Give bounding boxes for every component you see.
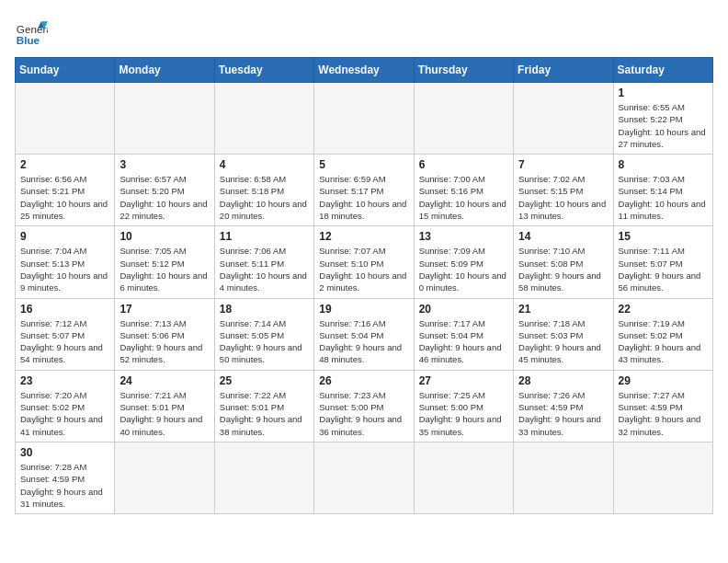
- day-cell: 30Sunrise: 7:28 AM Sunset: 4:59 PM Dayli…: [16, 442, 115, 513]
- day-number: 9: [20, 230, 109, 243]
- day-info: Sunrise: 7:04 AM Sunset: 5:13 PM Dayligh…: [20, 245, 109, 293]
- day-info: Sunrise: 7:25 AM Sunset: 5:00 PM Dayligh…: [419, 389, 508, 438]
- day-cell: 5Sunrise: 6:59 AM Sunset: 5:17 PM Daylig…: [314, 155, 414, 226]
- day-info: Sunrise: 7:21 AM Sunset: 5:01 PM Dayligh…: [119, 389, 209, 438]
- day-number: 3: [119, 158, 209, 171]
- day-info: Sunrise: 7:07 AM Sunset: 5:10 PM Dayligh…: [319, 245, 408, 293]
- day-cell: 6Sunrise: 7:00 AM Sunset: 5:16 PM Daylig…: [414, 155, 513, 226]
- day-cell: 7Sunrise: 7:02 AM Sunset: 5:15 PM Daylig…: [514, 155, 613, 226]
- day-cell: [613, 442, 712, 513]
- day-info: Sunrise: 7:18 AM Sunset: 5:03 PM Dayligh…: [518, 317, 608, 366]
- day-info: Sunrise: 7:03 AM Sunset: 5:14 PM Dayligh…: [619, 173, 708, 222]
- day-info: Sunrise: 7:23 AM Sunset: 5:00 PM Dayligh…: [319, 389, 408, 438]
- day-info: Sunrise: 7:00 AM Sunset: 5:16 PM Dayligh…: [419, 173, 508, 222]
- weekday-header-monday: Monday: [115, 58, 214, 83]
- day-number: 15: [619, 230, 708, 243]
- day-cell: 17Sunrise: 7:13 AM Sunset: 5:06 PM Dayli…: [115, 298, 214, 370]
- page-header: General Blue: [15, 15, 713, 48]
- day-cell: 11Sunrise: 7:06 AM Sunset: 5:11 PM Dayli…: [214, 226, 313, 298]
- day-cell: 16Sunrise: 7:12 AM Sunset: 5:07 PM Dayli…: [16, 298, 115, 370]
- day-cell: 12Sunrise: 7:07 AM Sunset: 5:10 PM Dayli…: [314, 226, 414, 298]
- day-number: 6: [419, 158, 508, 171]
- weekday-header-row: SundayMondayTuesdayWednesdayThursdayFrid…: [16, 58, 713, 83]
- day-cell: 2Sunrise: 6:56 AM Sunset: 5:21 PM Daylig…: [16, 155, 115, 226]
- day-cell: 13Sunrise: 7:09 AM Sunset: 5:09 PM Dayli…: [414, 226, 513, 298]
- weekday-header-saturday: Saturday: [613, 58, 712, 83]
- day-number: 11: [220, 230, 309, 243]
- weekday-header-friday: Friday: [514, 58, 613, 83]
- day-number: 28: [518, 374, 608, 387]
- day-info: Sunrise: 7:09 AM Sunset: 5:09 PM Dayligh…: [419, 245, 508, 293]
- day-number: 30: [20, 446, 109, 459]
- day-number: 8: [619, 158, 708, 171]
- day-info: Sunrise: 7:20 AM Sunset: 5:02 PM Dayligh…: [20, 389, 109, 438]
- day-cell: 14Sunrise: 7:10 AM Sunset: 5:08 PM Dayli…: [514, 226, 613, 298]
- day-number: 17: [119, 303, 209, 316]
- day-info: Sunrise: 7:14 AM Sunset: 5:05 PM Dayligh…: [220, 317, 309, 366]
- day-cell: 22Sunrise: 7:19 AM Sunset: 5:02 PM Dayli…: [613, 298, 712, 370]
- day-info: Sunrise: 7:26 AM Sunset: 4:59 PM Dayligh…: [518, 389, 608, 438]
- day-cell: [214, 442, 313, 513]
- day-cell: 23Sunrise: 7:20 AM Sunset: 5:02 PM Dayli…: [16, 370, 115, 442]
- day-number: 10: [119, 230, 209, 243]
- weekday-header-sunday: Sunday: [16, 58, 115, 83]
- day-number: 12: [319, 230, 408, 243]
- day-number: 24: [119, 374, 209, 387]
- day-number: 25: [220, 374, 309, 387]
- week-row-5: 23Sunrise: 7:20 AM Sunset: 5:02 PM Dayli…: [16, 370, 713, 442]
- day-info: Sunrise: 6:57 AM Sunset: 5:20 PM Dayligh…: [119, 173, 209, 222]
- day-cell: 10Sunrise: 7:05 AM Sunset: 5:12 PM Dayli…: [115, 226, 214, 298]
- day-info: Sunrise: 7:19 AM Sunset: 5:02 PM Dayligh…: [619, 317, 708, 366]
- day-cell: [514, 83, 613, 155]
- day-cell: 26Sunrise: 7:23 AM Sunset: 5:00 PM Dayli…: [314, 370, 414, 442]
- day-info: Sunrise: 7:16 AM Sunset: 5:04 PM Dayligh…: [319, 317, 408, 366]
- day-cell: [414, 442, 513, 513]
- logo-icon: General Blue: [15, 15, 48, 48]
- day-cell: 21Sunrise: 7:18 AM Sunset: 5:03 PM Dayli…: [514, 298, 613, 370]
- day-cell: 1Sunrise: 6:55 AM Sunset: 5:22 PM Daylig…: [613, 83, 712, 155]
- svg-text:Blue: Blue: [17, 34, 40, 46]
- day-cell: [16, 83, 115, 155]
- day-number: 22: [619, 303, 708, 316]
- week-row-4: 16Sunrise: 7:12 AM Sunset: 5:07 PM Dayli…: [16, 298, 713, 370]
- day-info: Sunrise: 7:06 AM Sunset: 5:11 PM Dayligh…: [220, 245, 309, 293]
- day-cell: [414, 83, 513, 155]
- day-cell: 9Sunrise: 7:04 AM Sunset: 5:13 PM Daylig…: [16, 226, 115, 298]
- day-info: Sunrise: 7:13 AM Sunset: 5:06 PM Dayligh…: [119, 317, 209, 366]
- day-info: Sunrise: 7:10 AM Sunset: 5:08 PM Dayligh…: [518, 245, 608, 293]
- day-info: Sunrise: 7:17 AM Sunset: 5:04 PM Dayligh…: [419, 317, 508, 366]
- day-cell: 25Sunrise: 7:22 AM Sunset: 5:01 PM Dayli…: [214, 370, 313, 442]
- day-number: 26: [319, 374, 408, 387]
- day-cell: [314, 442, 414, 513]
- day-info: Sunrise: 7:02 AM Sunset: 5:15 PM Dayligh…: [518, 173, 608, 222]
- day-number: 1: [619, 86, 708, 99]
- day-info: Sunrise: 7:05 AM Sunset: 5:12 PM Dayligh…: [119, 245, 209, 293]
- day-number: 19: [319, 303, 408, 316]
- day-cell: 27Sunrise: 7:25 AM Sunset: 5:00 PM Dayli…: [414, 370, 513, 442]
- day-number: 16: [20, 303, 109, 316]
- day-number: 2: [20, 158, 109, 171]
- day-info: Sunrise: 7:12 AM Sunset: 5:07 PM Dayligh…: [20, 317, 109, 366]
- day-number: 5: [319, 158, 408, 171]
- day-number: 14: [518, 230, 608, 243]
- day-cell: [314, 83, 414, 155]
- day-number: 7: [518, 158, 608, 171]
- day-info: Sunrise: 7:11 AM Sunset: 5:07 PM Dayligh…: [619, 245, 708, 293]
- day-cell: 19Sunrise: 7:16 AM Sunset: 5:04 PM Dayli…: [314, 298, 414, 370]
- day-info: Sunrise: 7:28 AM Sunset: 4:59 PM Dayligh…: [20, 461, 109, 510]
- day-cell: 18Sunrise: 7:14 AM Sunset: 5:05 PM Dayli…: [214, 298, 313, 370]
- day-cell: 24Sunrise: 7:21 AM Sunset: 5:01 PM Dayli…: [115, 370, 214, 442]
- day-info: Sunrise: 6:58 AM Sunset: 5:18 PM Dayligh…: [220, 173, 309, 222]
- day-cell: 28Sunrise: 7:26 AM Sunset: 4:59 PM Dayli…: [514, 370, 613, 442]
- week-row-6: 30Sunrise: 7:28 AM Sunset: 4:59 PM Dayli…: [16, 442, 713, 513]
- week-row-1: 1Sunrise: 6:55 AM Sunset: 5:22 PM Daylig…: [16, 83, 713, 155]
- day-cell: 20Sunrise: 7:17 AM Sunset: 5:04 PM Dayli…: [414, 298, 513, 370]
- day-number: 21: [518, 303, 608, 316]
- day-info: Sunrise: 7:27 AM Sunset: 4:59 PM Dayligh…: [619, 389, 708, 438]
- day-number: 27: [419, 374, 508, 387]
- day-cell: 29Sunrise: 7:27 AM Sunset: 4:59 PM Dayli…: [613, 370, 712, 442]
- day-cell: [115, 442, 214, 513]
- day-number: 13: [419, 230, 508, 243]
- day-number: 23: [20, 374, 109, 387]
- day-info: Sunrise: 7:22 AM Sunset: 5:01 PM Dayligh…: [220, 389, 309, 438]
